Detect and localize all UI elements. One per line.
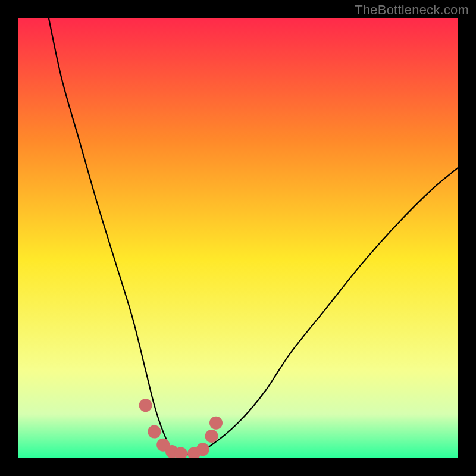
highlight-marker: [139, 399, 152, 412]
gradient-background: [18, 18, 458, 458]
highlight-marker: [148, 425, 161, 439]
bottleneck-chart: [18, 18, 458, 458]
plot-area: [18, 18, 458, 458]
watermark-text: TheBottleneck.com: [355, 2, 469, 18]
chart-frame: TheBottleneck.com: [0, 0, 476, 476]
highlight-marker: [196, 443, 209, 456]
highlight-marker: [205, 430, 218, 443]
highlight-marker: [209, 416, 223, 430]
